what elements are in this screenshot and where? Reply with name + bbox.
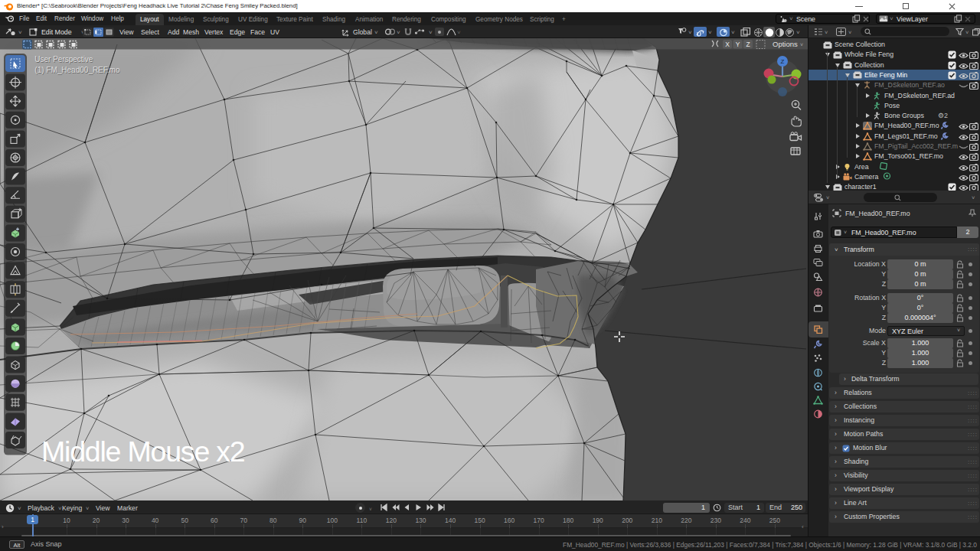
- svg-text:Options: Options: [773, 40, 798, 48]
- svg-text:X: X: [725, 41, 730, 48]
- svg-text:User Perspective: User Perspective: [34, 55, 93, 64]
- svg-text:Y: Y: [736, 41, 740, 48]
- svg-text:Middle Mouse x2: Middle Mouse x2: [41, 435, 244, 468]
- svg-text:(1) FM_Head00_REF.mo: (1) FM_Head00_REF.mo: [34, 66, 120, 74]
- svg-text:Z: Z: [781, 58, 785, 65]
- svg-text:˅: ˅: [800, 42, 803, 47]
- svg-text:Z: Z: [746, 41, 750, 48]
